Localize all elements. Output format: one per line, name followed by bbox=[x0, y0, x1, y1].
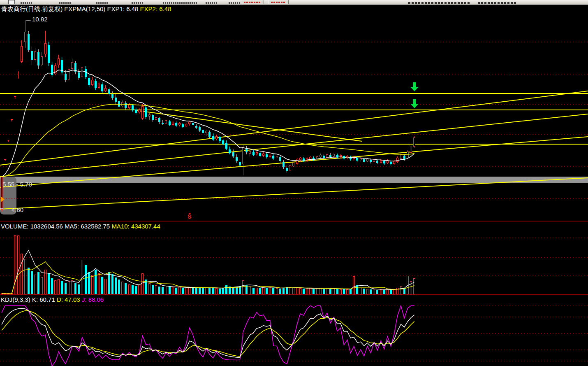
volume-bars bbox=[1, 235, 415, 294]
volume-ma5-line bbox=[2, 250, 414, 294]
chart-svg bbox=[0, 0, 588, 366]
kdj-j-line bbox=[2, 306, 414, 366]
kdj-lines bbox=[2, 306, 414, 366]
gridlines bbox=[0, 42, 588, 361]
down-arrow-icon bbox=[411, 99, 418, 108]
down-arrow-icon bbox=[411, 82, 418, 91]
diagonal-trendline[interactable] bbox=[0, 114, 588, 177]
volume-ma10-line bbox=[2, 262, 414, 294]
kdj-k-line bbox=[2, 308, 414, 358]
volume-header-row: VOLUME: 1032604.56 MA5: 632582.75 MA10: … bbox=[1, 223, 160, 229]
kdj-d-label: D: 47.03 bbox=[57, 296, 80, 303]
sell-signal-marker: Ŝ bbox=[188, 214, 191, 219]
gap-range-annotation: 5.55 - 5.70 bbox=[2, 181, 32, 187]
kdj-params-label: KDJ(9,3,3) bbox=[1, 296, 30, 303]
trading-app-window: 青农商行(日线.前复权) EXPMA(12,50) EXP1: 6.48 EXP… bbox=[0, 0, 588, 366]
signal-arrows bbox=[411, 82, 418, 108]
volume-ma10-label: MA10: 434307.44 bbox=[111, 223, 160, 230]
expma-lines bbox=[2, 70, 414, 177]
exp2-value-label: EXP2: 6.48 bbox=[140, 5, 171, 12]
chart-title-row: 青农商行(日线.前复权) EXPMA(12,50) EXP1: 6.48 EXP… bbox=[1, 6, 171, 12]
exp1-value-label: EXP1: 6.48 bbox=[107, 5, 139, 12]
kdj-header-row: KDJ(9,3,3) K: 60.71 D: 47.03 J: 88.06 bbox=[1, 296, 104, 303]
low-price-annotation: 4.60 bbox=[12, 207, 23, 213]
volume-ma-lines bbox=[2, 250, 414, 294]
peak-price-annotation: 10.82 bbox=[32, 16, 48, 22]
exp1-line bbox=[2, 70, 414, 177]
stock-title-label: 青农商行(日线.前复权) EXPMA(12,50) bbox=[1, 5, 105, 12]
volume-ma5-label: MA5: 632582.75 bbox=[65, 223, 110, 230]
kdj-k-label: K: 60.71 bbox=[32, 296, 55, 303]
exp2-line bbox=[2, 104, 414, 177]
diagonal-trendline[interactable] bbox=[0, 91, 588, 165]
volume-value-label: VOLUME: 1032604.56 bbox=[1, 223, 63, 230]
trendlines bbox=[0, 91, 588, 209]
kdj-j-label: J: 88.06 bbox=[82, 296, 104, 303]
